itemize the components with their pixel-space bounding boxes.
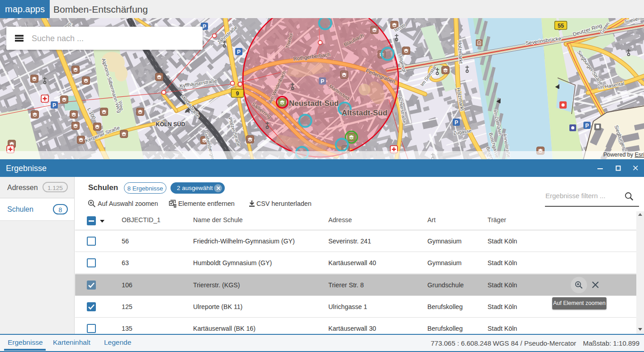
svg-text:55: 55	[558, 23, 564, 29]
svg-text:P: P	[321, 78, 324, 85]
svg-text:KÖLN SÜD: KÖLN SÜD	[156, 121, 185, 128]
svg-text:P: P	[203, 24, 206, 30]
svg-text:Neustadt-Süd: Neustadt-Süd	[289, 99, 339, 108]
svg-text:Altstadt-Süd: Altstadt-Süd	[341, 109, 387, 117]
svg-text:P: P	[52, 102, 56, 109]
svg-text:P: P	[455, 119, 458, 126]
svg-text:P: P	[585, 123, 589, 129]
svg-text:Powered by Esri: Powered by Esri	[603, 152, 644, 158]
svg-text:9: 9	[236, 90, 239, 97]
svg-text:P: P	[237, 49, 241, 55]
